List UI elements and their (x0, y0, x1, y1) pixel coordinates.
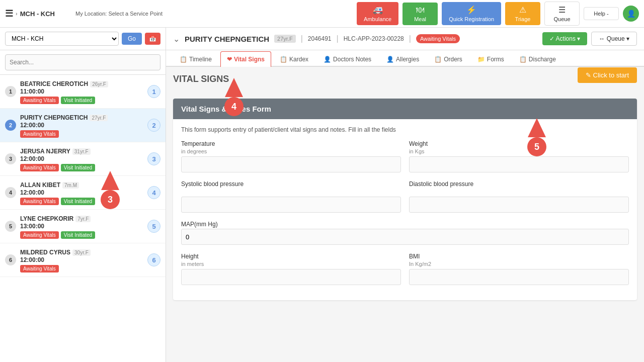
tab-forms[interactable]: 📁Forms (471, 51, 511, 67)
actions-label: Actions (556, 35, 576, 42)
queue-button[interactable]: ☰ Queue (544, 2, 580, 26)
help-button[interactable]: Help - (584, 7, 619, 20)
patient-list-item-1[interactable]: 1BEATRICE CHEROTICH26yr.F11:00:00Awaitin… (0, 75, 166, 109)
patient-info: JERUSA NJERRY31yr.F12:00:00Awaiting Vita… (20, 146, 147, 171)
click-to-start-button[interactable]: ✎ Click to start (578, 67, 637, 83)
chevron-left-button[interactable]: ⌄ (173, 34, 180, 44)
weight-input[interactable] (409, 156, 629, 172)
patient-queue-number: 3 (147, 152, 160, 165)
bmi-group: BMI In Kg/m2 (409, 253, 629, 285)
meal-label: Meal (414, 16, 426, 22)
tab-allergies[interactable]: 👤Allergies (380, 51, 426, 67)
tab-orders[interactable]: 📋Orders (428, 51, 469, 67)
systolic-label: Systolic blood pressure (181, 180, 401, 188)
divider-1: | (301, 34, 303, 43)
patient-queue-number: 1 (147, 85, 160, 98)
status-badge: Visit Initiated (61, 164, 96, 171)
tab-discharge[interactable]: 📋Discharge (513, 51, 562, 67)
weight-group: Weight in Kgs (409, 140, 629, 172)
temperature-input[interactable] (181, 156, 401, 172)
patient-list-item-3[interactable]: 3JERUSA NJERRY31yr.F12:00:00Awaiting Vit… (0, 142, 166, 176)
tab-kardex[interactable]: 📋Kardex (273, 51, 315, 67)
patient-age: 27yr.F (90, 115, 108, 121)
status-badge: Awaiting Vitals (20, 130, 59, 138)
top-navigation: ☰ › MCH - KCH My Location: Select a Serv… (0, 0, 644, 28)
actions-dropdown-button[interactable]: ✓ Actions ▾ (542, 32, 587, 45)
form-description: This form supports entry of patient/clie… (181, 126, 629, 133)
go-button[interactable]: Go (122, 33, 142, 45)
ambulance-button[interactable]: 🚑 Ambulance (357, 2, 398, 25)
patient-badges: Awaiting VitalsVisit Initiated (20, 196, 147, 205)
patient-badges: Awaiting VitalsVisit Initiated (20, 95, 147, 104)
systolic-input[interactable] (181, 197, 401, 213)
ambulance-label: Ambulance (364, 16, 391, 22)
diastolic-input[interactable] (409, 197, 629, 213)
patient-name-main: PURITY CHEPNGETICH (185, 35, 269, 43)
header-actions: ✓ Actions ▾ ↔ Queue ▾ (542, 32, 637, 46)
patient-list-item-4[interactable]: 4ALLAN KIBET7m.M12:00:00Awaiting VitalsV… (0, 176, 166, 210)
patient-name-row: MILDRED CYRUS30yr.F (20, 247, 147, 256)
patient-list-item-5[interactable]: 5LYNE CHEPKORIR7yr.F13:00:00Awaiting Vit… (0, 210, 166, 243)
patient-time: 12:00:00 (20, 256, 147, 263)
sidebar-search-bar (0, 50, 166, 75)
triage-button[interactable]: ⚠ Triage (505, 2, 540, 25)
patient-number-left: 6 (5, 254, 16, 265)
vital-signs-tab-icon: ❤ (227, 56, 232, 63)
status-badge: Awaiting Vitals (20, 265, 59, 273)
app-logo: ☰ › MCH - KCH (5, 8, 65, 19)
patient-list-item-6[interactable]: 6MILDRED CYRUS30yr.F12:00:00Awaiting Vit… (0, 243, 166, 277)
queue-chevron: ▾ (626, 35, 629, 42)
queue-dropdown-label: Queue (607, 35, 625, 42)
patient-list-item-2[interactable]: 2PURITY CHEPNGETICH27yr.F12:00:00Awaitin… (0, 109, 166, 142)
height-input[interactable] (181, 269, 401, 285)
user-avatar[interactable]: 👤 (623, 6, 639, 22)
patient-info: BEATRICE CHEROTICH26yr.F11:00:00Awaiting… (20, 79, 147, 104)
patient-queue-number: 6 (147, 253, 160, 266)
check-icon: ✓ (549, 35, 554, 42)
actions-chevron: ▾ (577, 35, 580, 42)
queue-icon-sm: ↔ (599, 35, 605, 42)
temperature-group: Temperature in degrees (181, 140, 401, 172)
bmi-input[interactable] (409, 269, 629, 285)
main-layout: MCH - KCH Go 📅 1BEATRICE CHEROTICH26yr.F… (0, 28, 644, 362)
quick-registration-button[interactable]: ⚡ Quick Registration (442, 2, 501, 25)
patient-queue-number: 2 (147, 119, 160, 132)
tab-doctors-notes[interactable]: 👤Doctors Notes (317, 51, 378, 67)
tab-timeline[interactable]: 📋Timeline (173, 51, 218, 67)
patient-age: 7yr.F (75, 216, 91, 222)
patient-age: 31yr.F (72, 148, 91, 155)
location-selector[interactable]: MCH - KCH (5, 32, 119, 46)
vital-signs-content: VITAL SIGNS ✎ Click to start Vital Signs… (166, 67, 644, 362)
patient-queue-number: 4 (147, 186, 160, 199)
calendar-button[interactable]: 📅 (145, 33, 160, 45)
patient-badges: Awaiting Vitals (20, 129, 147, 138)
diastolic-sublabel (409, 189, 629, 195)
diastolic-label: Diastolic blood pressure (409, 180, 629, 188)
service-point-label: My Location: Select a Service Point (75, 11, 163, 17)
location-label: MCH - KCH (20, 10, 55, 18)
weight-label: Weight (409, 140, 629, 147)
patient-name: MILDRED CYRUS (20, 249, 70, 256)
queue-dropdown-button[interactable]: ↔ Queue ▾ (591, 32, 637, 46)
patient-number-left: 5 (5, 221, 16, 232)
map-input[interactable] (181, 229, 629, 245)
logo-icon: ☰ (5, 8, 13, 19)
forms-tab-icon: 📁 (477, 56, 485, 63)
queue-icon: ☰ (558, 5, 566, 15)
patient-number-left: 2 (5, 120, 16, 131)
form-card-header: Vital Signs & Notes Form (173, 99, 637, 119)
patient-time: 12:00:00 (20, 155, 147, 162)
kardex-tab-label: Kardex (289, 56, 308, 63)
patient-name: JERUSA NJERRY (20, 148, 70, 155)
patient-info: ALLAN KIBET7m.M12:00:00Awaiting VitalsVi… (20, 180, 147, 205)
forms-tab-label: Forms (487, 56, 504, 63)
tab-vital-signs[interactable]: ❤Vital Signs (220, 51, 271, 67)
meal-button[interactable]: 🍽 Meal (403, 3, 438, 25)
search-input[interactable] (5, 54, 160, 70)
patient-number-left: 3 (5, 153, 16, 164)
queue-label: Queue (553, 16, 570, 22)
discharge-tab-icon: 📋 (519, 56, 527, 63)
map-group: MAP(mm Hg) (181, 221, 629, 245)
patient-badges: Awaiting VitalsVisit Initiated (20, 162, 147, 171)
triage-icon: ⚠ (519, 5, 526, 15)
